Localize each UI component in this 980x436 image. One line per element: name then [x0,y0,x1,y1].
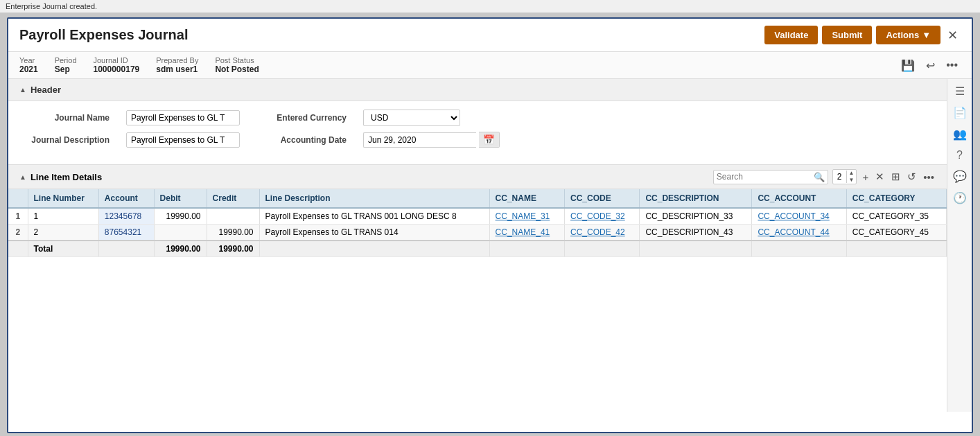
line-number-cell: 2 [28,225,98,241]
validate-button[interactable]: Validate [764,26,818,44]
line-number-cell: 1 [28,208,98,225]
undo-icon-button[interactable]: ↩ [923,58,938,73]
cc-code-link[interactable]: CC_CODE_32 [570,211,625,221]
entered-currency-label: Entered Currency [256,113,347,123]
table-toolbar: + ✕ ⊞ ↺ ••• [861,169,936,184]
debit-cell: 19990.00 [154,208,207,225]
right-sidebar: ☰ 📄 👥 ? 💬 🕐 [947,79,972,412]
total-label: Total [28,241,98,257]
cc-description-cell: CC_DESCRIPTION_43 [640,225,752,241]
total-row: Total 19990.00 19990.00 [8,241,947,257]
account-cell[interactable]: 87654321 [98,225,154,241]
cc-code-link[interactable]: CC_CODE_42 [570,227,625,237]
submit-button[interactable]: Submit [822,26,872,44]
line-items-title-text: Line Item Details [30,172,102,182]
col-header-cc-account: CC_ACCOUNT [752,189,846,208]
cc-account-cell: CC_ACCOUNT_34 [752,208,846,225]
close-button[interactable]: ✕ [945,28,961,43]
sidebar-question-icon[interactable]: ? [956,149,963,162]
table-more-button[interactable]: ••• [922,170,936,184]
journal-name-label: Journal Name [19,113,110,123]
col-header-debit: Debit [154,189,207,208]
table-row: 2 2 87654321 19990.00 Payroll Expenses t… [8,225,947,241]
sidebar-people-icon[interactable]: 👥 [953,128,967,141]
credit-cell [207,208,259,225]
accounting-date-wrapper: 📅 [363,132,500,148]
page-down-arrow[interactable]: ▼ [847,177,857,184]
meta-journal-id: Journal ID 1000000179 [94,56,140,74]
date-picker-button[interactable]: 📅 [479,132,500,148]
col-header-cc-category: CC_CATEGORY [846,189,946,208]
meta-prepared-by: Prepared By sdm user1 [156,56,198,74]
top-bar-message: Enterprise Journal created. [6,2,97,10]
table-row: 1 1 12345678 19990.00 Payroll Expenses t… [8,208,947,225]
cc-account-link[interactable]: CC_ACCOUNT_44 [758,227,829,237]
search-icon: 🔍 [814,172,825,182]
line-items-collapse-triangle[interactable]: ▲ [19,173,26,181]
meta-period: Period Sep [55,56,77,74]
page-up-arrow[interactable]: ▲ [847,170,857,177]
header-section-title: Header [30,85,61,95]
meta-year: Year 2021 [19,56,38,74]
col-header-cc-code: CC_CODE [564,189,639,208]
more-options-button[interactable]: ••• [943,58,961,73]
entered-currency-select[interactable]: USD [363,110,460,126]
line-desc-cell: Payroll Expenses to GL TRANS 014 [259,225,489,241]
col-header-line-desc: Line Description [259,189,489,208]
row-num-cell: 2 [8,225,28,241]
sidebar-clock-icon[interactable]: 🕐 [953,191,967,204]
cc-category-cell: CC_CATEGORY_45 [846,225,946,241]
accounting-date-label: Accounting Date [256,135,347,145]
cc-code-cell: CC_CODE_32 [564,208,639,225]
col-header-line-number: Line Number [28,189,98,208]
delete-row-button[interactable]: ✕ [874,169,886,184]
cc-category-cell: CC_CATEGORY_35 [846,208,946,225]
line-items-header-bar: ▲ Line Item Details 🔍 2 ▲ ▼ [8,165,947,189]
cc-description-cell: CC_DESCRIPTION_33 [640,208,752,225]
row-num-cell: 1 [8,208,28,225]
sidebar-list-icon[interactable]: ☰ [955,85,965,98]
col-header-rownum [8,189,28,208]
grid-view-button[interactable]: ⊞ [890,169,902,184]
journal-desc-input[interactable] [126,132,240,148]
cc-name-cell: CC_NAME_41 [489,225,564,241]
line-items-table: Line Number Account Debit Credit Line De… [8,189,947,257]
actions-dropdown-arrow: ▼ [922,30,931,40]
page-title: Payroll Expenses Journal [19,27,188,43]
line-desc-cell: Payroll Expenses to GL TRANS 001 LONG DE… [259,208,489,225]
pagination-control: 2 ▲ ▼ [832,169,857,184]
search-input[interactable] [717,172,814,182]
col-header-cc-name: CC_NAME [489,189,564,208]
journal-desc-label: Journal Description [19,135,110,145]
add-row-button[interactable]: + [861,170,870,184]
cc-account-cell: CC_ACCOUNT_44 [752,225,846,241]
header-collapse-triangle[interactable]: ▲ [19,86,26,94]
header-section-bar: ▲ Header [8,79,947,101]
cc-account-link[interactable]: CC_ACCOUNT_34 [758,211,829,221]
meta-post-status: Post Status Not Posted [215,56,259,74]
search-box: 🔍 [713,170,828,184]
accounting-date-input[interactable] [363,132,476,148]
cc-name-link[interactable]: CC_NAME_31 [496,211,550,221]
col-header-credit: Credit [207,189,259,208]
debit-cell [154,225,207,241]
cc-code-cell: CC_CODE_42 [564,225,639,241]
account-cell[interactable]: 12345678 [98,208,154,225]
total-credit: 19990.00 [207,241,259,257]
header-form: Journal Name Entered Currency USD Journa… [8,101,947,165]
col-header-cc-description: CC_DESCRIPTION [640,189,752,208]
total-debit: 19990.00 [154,241,207,257]
credit-cell: 19990.00 [207,225,259,241]
journal-name-input[interactable] [126,110,240,125]
refresh-button[interactable]: ↺ [906,169,918,184]
save-icon-button[interactable]: 💾 [898,58,918,73]
sidebar-chat-icon[interactable]: 💬 [953,170,967,183]
actions-button[interactable]: Actions ▼ [876,26,940,44]
cc-name-cell: CC_NAME_31 [489,208,564,225]
page-number: 2 [833,171,847,183]
col-header-account: Account [98,189,154,208]
cc-name-link[interactable]: CC_NAME_41 [496,227,550,237]
sidebar-document-icon[interactable]: 📄 [953,106,967,119]
line-items-section: ▲ Line Item Details 🔍 2 ▲ ▼ [8,165,947,257]
